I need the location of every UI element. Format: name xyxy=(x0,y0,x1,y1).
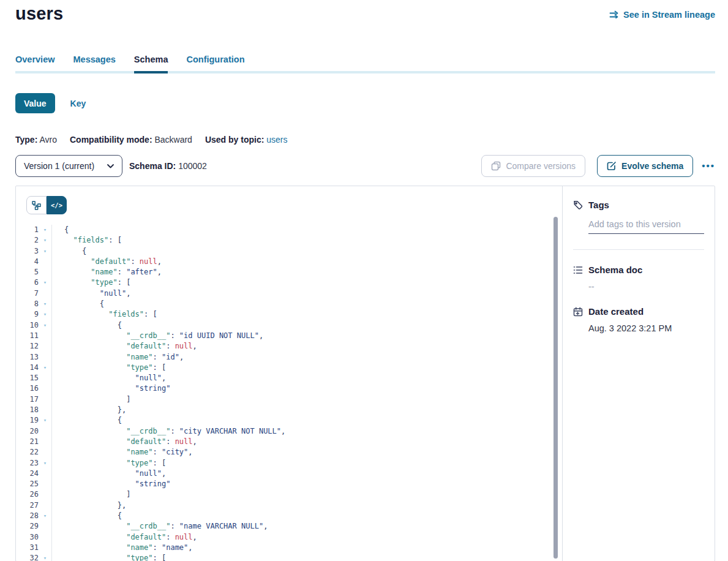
tag-icon xyxy=(573,200,583,210)
code-line[interactable]: 28▾ { xyxy=(16,511,562,521)
code-line[interactable]: 22 "name": "city", xyxy=(16,447,562,457)
fold-gutter xyxy=(39,331,52,341)
chevron-down-icon xyxy=(107,164,114,168)
code-line[interactable]: 16 "string" xyxy=(16,383,562,394)
code-line[interactable]: 12 "default": null, xyxy=(16,341,562,352)
meta-compat-label: Compatibility mode: xyxy=(70,135,152,145)
evolve-schema-button[interactable]: Evolve schema xyxy=(597,155,693,177)
code-line[interactable]: 1▾{ xyxy=(16,225,562,235)
code-line[interactable]: 21 "default": null, xyxy=(16,437,562,447)
list-icon xyxy=(573,265,583,275)
schema-controls: Version 1 (current) Schema ID: 100002 Co… xyxy=(15,155,715,177)
code-line[interactable]: 9▾ "fields": [ xyxy=(16,309,562,320)
line-number: 24 xyxy=(16,469,39,479)
sidebar-divider xyxy=(573,249,704,250)
tree-view-button[interactable] xyxy=(26,196,47,214)
line-number: 20 xyxy=(16,426,39,437)
code-line[interactable]: 19▾ { xyxy=(16,415,562,426)
fold-arrow-icon[interactable]: ▾ xyxy=(39,511,52,521)
version-dropdown[interactable]: Version 1 (current) xyxy=(15,155,122,177)
code-line[interactable]: 14▾ "type": [ xyxy=(16,363,562,373)
fold-arrow-icon[interactable]: ▾ xyxy=(39,309,52,320)
fold-gutter xyxy=(39,394,52,405)
code-text: { xyxy=(52,225,69,235)
code-text: "name": "after", xyxy=(52,267,162,277)
fold-arrow-icon[interactable]: ▾ xyxy=(39,320,52,331)
line-number: 14 xyxy=(16,363,39,373)
value-toggle-button[interactable]: Value xyxy=(15,93,55,113)
more-options-button[interactable]: ••• xyxy=(702,155,715,177)
fold-gutter xyxy=(39,521,52,532)
topic-link[interactable]: users xyxy=(266,135,287,145)
fold-arrow-icon[interactable]: ▾ xyxy=(39,299,52,309)
code-text: }, xyxy=(52,500,126,511)
code-text: "string" xyxy=(52,383,170,394)
code-line[interactable]: 8▾ { xyxy=(16,299,562,309)
code-line[interactable]: 10▾ { xyxy=(16,320,562,331)
code-line[interactable]: 17 ] xyxy=(16,394,562,405)
fold-arrow-icon[interactable]: ▾ xyxy=(39,553,52,561)
line-number: 30 xyxy=(16,532,39,543)
code-line[interactable]: 24 "null", xyxy=(16,469,562,479)
fold-gutter xyxy=(39,341,52,352)
line-number: 12 xyxy=(16,341,39,352)
code-line[interactable]: 15 "null", xyxy=(16,373,562,383)
code-line[interactable]: 20 "__crdb__": "city VARCHAR NOT NULL", xyxy=(16,426,562,437)
see-in-stream-lineage-link[interactable]: See in Stream lineage xyxy=(609,10,715,20)
code-text: "name": "city", xyxy=(52,447,193,457)
code-line[interactable]: 11 "__crdb__": "id UUID NOT NULL", xyxy=(16,331,562,341)
code-line[interactable]: 31 "name": "name", xyxy=(16,543,562,553)
code-text: "__crdb__": "name VARCHAR NULL", xyxy=(52,521,268,532)
code-line[interactable]: 5 "name": "after", xyxy=(16,267,562,277)
tab-messages[interactable]: Messages xyxy=(73,55,116,73)
key-toggle-button[interactable]: Key xyxy=(70,99,86,108)
code-line[interactable]: 4 "default": null, xyxy=(16,257,562,267)
fold-arrow-icon[interactable]: ▾ xyxy=(39,246,52,257)
code-line[interactable]: 26 ] xyxy=(16,489,562,500)
fold-arrow-icon[interactable]: ▾ xyxy=(39,277,52,288)
date-created-section: Date created Aug. 3 2022 3:21 PM xyxy=(573,306,704,333)
line-number: 9 xyxy=(16,309,39,320)
code-line[interactable]: 7 "null", xyxy=(16,288,562,299)
code-line[interactable]: 25 "string" xyxy=(16,479,562,489)
code-text: "null", xyxy=(52,469,166,479)
fold-arrow-icon[interactable]: ▾ xyxy=(39,458,52,469)
fold-arrow-icon[interactable]: ▾ xyxy=(39,225,52,235)
code-view-button[interactable]: </> xyxy=(47,196,67,214)
evolve-schema-label: Evolve schema xyxy=(621,161,683,171)
line-number: 13 xyxy=(16,352,39,363)
code-text: "string" xyxy=(52,479,170,489)
code-line[interactable]: 18 }, xyxy=(16,405,562,415)
code-line[interactable]: 29 "__crdb__": "name VARCHAR NULL", xyxy=(16,521,562,532)
line-number: 8 xyxy=(16,299,39,309)
tab-configuration[interactable]: Configuration xyxy=(186,55,244,73)
code-text: "null", xyxy=(52,373,166,383)
compare-versions-button[interactable]: Compare versions xyxy=(481,155,585,177)
code-line[interactable]: 2▾ "fields": [ xyxy=(16,235,562,246)
code-line[interactable]: 32▾ "type": [ xyxy=(16,553,562,561)
editor-vertical-scrollbar[interactable] xyxy=(554,217,558,559)
line-number: 6 xyxy=(16,277,39,288)
code-line[interactable]: 30 "default": null, xyxy=(16,532,562,543)
schema-id: Schema ID: 100002 xyxy=(129,161,207,171)
fold-gutter xyxy=(39,373,52,383)
code-line[interactable]: 3▾ { xyxy=(16,246,562,257)
code-text: "null", xyxy=(52,288,130,299)
line-number: 32 xyxy=(16,553,39,561)
schema-editor: </> 1▾{2▾ "fields": [3▾ {4 "default": nu… xyxy=(16,186,562,561)
code-lines[interactable]: 1▾{2▾ "fields": [3▾ {4 "default": null,5… xyxy=(16,225,562,561)
code-line[interactable]: 6▾ "type": [ xyxy=(16,277,562,288)
tab-overview[interactable]: Overview xyxy=(15,55,55,73)
line-number: 1 xyxy=(16,225,39,235)
line-number: 28 xyxy=(16,511,39,521)
tab-schema[interactable]: Schema xyxy=(134,55,168,73)
code-line[interactable]: 27 }, xyxy=(16,500,562,511)
fold-arrow-icon[interactable]: ▾ xyxy=(39,235,52,246)
fold-gutter xyxy=(39,383,52,394)
fold-arrow-icon[interactable]: ▾ xyxy=(39,415,52,426)
fold-gutter xyxy=(39,447,52,457)
code-line[interactable]: 13 "name": "id", xyxy=(16,352,562,363)
code-line[interactable]: 23▾ "type": [ xyxy=(16,458,562,469)
fold-arrow-icon[interactable]: ▾ xyxy=(39,363,52,373)
add-tags-input[interactable] xyxy=(588,219,704,234)
